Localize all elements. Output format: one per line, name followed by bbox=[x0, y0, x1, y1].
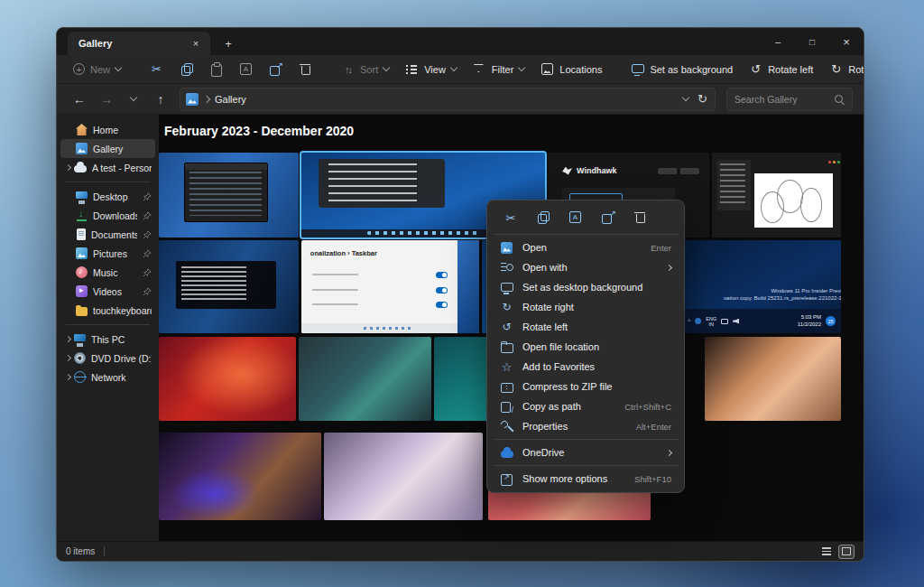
address-bar[interactable]: Gallery bbox=[180, 88, 716, 111]
rotate-right-icon bbox=[500, 301, 513, 314]
thumbnail-console-desktop[interactable] bbox=[159, 240, 299, 333]
share-icon[interactable] bbox=[601, 210, 615, 225]
rename-icon bbox=[239, 62, 253, 76]
menu-item-rotate-right[interactable]: Rotate right bbox=[491, 297, 680, 317]
up-button[interactable] bbox=[149, 88, 172, 111]
menu-item-compress-to-zip[interactable]: Compress to ZIP file bbox=[491, 377, 680, 396]
menu-item-open-with[interactable]: Open with bbox=[491, 257, 680, 277]
expand-chevron-icon[interactable] bbox=[65, 336, 71, 342]
share-button[interactable] bbox=[262, 58, 290, 80]
filter-button[interactable]: Filter bbox=[466, 58, 531, 80]
tray-chevron-icon: ^ bbox=[688, 318, 690, 324]
tab-title: Gallery bbox=[79, 38, 189, 49]
set-as-background-button[interactable]: Set as background bbox=[624, 58, 740, 80]
cut-icon[interactable] bbox=[504, 210, 518, 225]
chevron-down-icon bbox=[518, 64, 525, 71]
rotate-left-button[interactable]: Rotate left bbox=[742, 58, 820, 80]
thumbnail-paint-ellipses[interactable] bbox=[712, 153, 841, 238]
locations-button[interactable]: Locations bbox=[533, 58, 609, 80]
thumbnail-purple-wave[interactable] bbox=[159, 433, 321, 520]
expand-chevron-icon[interactable] bbox=[65, 164, 71, 171]
paste-button[interactable] bbox=[202, 58, 230, 80]
command-toolbar: New Sort View Filter bbox=[57, 55, 864, 84]
sidebar-item-desktop[interactable]: Desktop bbox=[60, 187, 155, 206]
tab-close-icon[interactable] bbox=[189, 36, 203, 51]
rotate-left-icon bbox=[749, 62, 762, 76]
sidebar-item-dvd-drive[interactable]: DVD Drive (D:) CCC bbox=[60, 349, 155, 368]
cut-button[interactable] bbox=[143, 58, 171, 80]
search-input[interactable] bbox=[735, 94, 834, 105]
forward-button[interactable] bbox=[95, 88, 118, 111]
menu-item-copy-as-path[interactable]: Copy as path Ctrl+Shift+C bbox=[491, 396, 680, 416]
maximize-button[interactable] bbox=[795, 28, 829, 55]
rotate-right-button[interactable]: Rotate right bbox=[822, 58, 864, 80]
menu-item-rotate-left[interactable]: Rotate left bbox=[491, 317, 680, 337]
dvd-drive-icon bbox=[74, 352, 86, 364]
large-thumbnails-view-button[interactable] bbox=[838, 545, 855, 559]
sidebar-item-documents[interactable]: Documents bbox=[60, 225, 155, 244]
thumbnail-lavender-wave[interactable] bbox=[324, 433, 483, 520]
sort-button[interactable]: Sort bbox=[334, 58, 396, 80]
insider-watermark-line1: Windows 11 Pro Insider Previe bbox=[724, 287, 841, 294]
thumbnail-teal-dark-abstract[interactable] bbox=[299, 337, 431, 421]
pin-icon bbox=[143, 249, 152, 258]
sidebar-item-home[interactable]: Home bbox=[60, 120, 155, 139]
rotate-right-label: Rotate right bbox=[848, 64, 864, 75]
new-tab-button[interactable] bbox=[217, 33, 239, 53]
delete-icon[interactable] bbox=[633, 210, 648, 225]
pictures-icon bbox=[76, 247, 88, 259]
menu-item-open-file-location[interactable]: Open file location bbox=[491, 337, 680, 357]
expand-chevron-icon[interactable] bbox=[65, 374, 71, 380]
menu-item-properties[interactable]: Properties Alt+Enter bbox=[491, 416, 680, 436]
new-button[interactable]: New bbox=[66, 59, 128, 79]
thumbnail-orange-abstract[interactable] bbox=[705, 337, 841, 421]
open-image-icon bbox=[501, 242, 513, 254]
recent-locations-button[interactable] bbox=[122, 88, 145, 111]
desktop-wallpaper: Gallery New bbox=[0, 0, 924, 587]
view-button[interactable]: View bbox=[398, 58, 464, 80]
sidebar-item-network[interactable]: Network bbox=[60, 368, 155, 387]
sidebar-item-this-pc[interactable]: This PC bbox=[60, 330, 155, 349]
menu-item-set-as-desktop-background[interactable]: Set as desktop background bbox=[491, 277, 680, 297]
menu-divider bbox=[493, 234, 679, 235]
copy-icon[interactable] bbox=[536, 210, 550, 225]
zip-icon bbox=[500, 380, 513, 394]
details-view-icon bbox=[822, 547, 831, 555]
menu-item-show-more-options[interactable]: Show more options Shift+F10 bbox=[491, 469, 680, 489]
sidebar-item-pictures[interactable]: Pictures bbox=[60, 244, 155, 263]
rename-icon[interactable] bbox=[568, 210, 583, 225]
copy-button[interactable] bbox=[172, 58, 200, 80]
sidebar-item-music[interactable]: Music bbox=[60, 263, 155, 282]
back-button[interactable] bbox=[68, 88, 91, 111]
sidebar-item-onedrive[interactable]: A test - Personal bbox=[60, 158, 155, 177]
sidebar-item-downloads[interactable]: Downloads bbox=[60, 206, 155, 225]
status-divider bbox=[104, 546, 105, 556]
speaker-icon bbox=[733, 319, 739, 324]
music-icon bbox=[76, 266, 88, 278]
refresh-icon[interactable] bbox=[698, 92, 707, 106]
minimize-button[interactable] bbox=[761, 28, 795, 55]
videos-icon bbox=[76, 285, 88, 297]
thumbnail-taskmanager-desktop[interactable] bbox=[159, 153, 299, 238]
sidebar-item-touchkeyboard[interactable]: touchkeyboard bbox=[60, 301, 155, 320]
menu-item-add-to-favorites[interactable]: Add to Favorites bbox=[491, 357, 680, 377]
breadcrumb[interactable]: Gallery bbox=[215, 94, 246, 105]
thumbnail-settings-taskbar[interactable]: onalization › Taskbar bbox=[301, 240, 479, 333]
menu-item-onedrive[interactable]: OneDrive bbox=[491, 443, 680, 462]
thumbnail-insider-preview[interactable]: Windows 11 Pro Insider Previe uation cop… bbox=[682, 240, 841, 333]
close-button[interactable] bbox=[829, 28, 864, 55]
search-box[interactable] bbox=[726, 88, 853, 111]
tab-gallery[interactable]: Gallery bbox=[68, 32, 210, 55]
sidebar-item-gallery[interactable]: Gallery bbox=[60, 139, 155, 158]
menu-item-open[interactable]: Open Enter bbox=[491, 238, 680, 257]
details-view-button[interactable] bbox=[818, 545, 835, 559]
expand-chevron-icon[interactable] bbox=[65, 355, 71, 361]
sidebar-item-videos[interactable]: Videos bbox=[60, 282, 155, 301]
pin-icon bbox=[143, 192, 152, 201]
delete-button[interactable] bbox=[291, 58, 319, 80]
address-dropdown-icon[interactable] bbox=[682, 94, 689, 101]
windhawk-buttons-art bbox=[658, 168, 700, 174]
thumbnail-red-abstract[interactable] bbox=[159, 337, 296, 421]
rename-button[interactable] bbox=[232, 58, 260, 80]
cut-icon bbox=[150, 62, 163, 76]
